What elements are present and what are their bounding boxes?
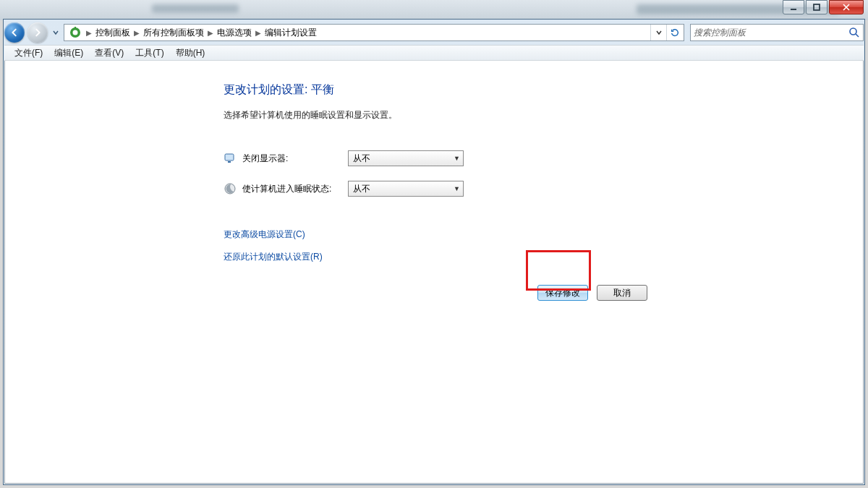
control-panel-icon	[69, 26, 82, 39]
svg-point-5	[850, 28, 856, 35]
monitor-icon	[224, 152, 237, 165]
chevron-down-icon: ▼	[454, 185, 460, 192]
breadcrumb-item[interactable]: 编辑计划设置	[263, 25, 319, 40]
svg-rect-4	[75, 27, 76, 30]
address-bar[interactable]: ▶ 控制面板 ▶ 所有控制面板项 ▶ 电源选项 ▶ 编辑计划设置	[64, 24, 684, 41]
window-titlebar	[0, 0, 868, 20]
nav-forward-button[interactable]	[27, 22, 48, 43]
display-off-value: 从不	[353, 153, 370, 165]
chevron-right-icon: ▶	[132, 29, 141, 37]
search-icon[interactable]	[848, 27, 860, 38]
menu-edit[interactable]: 编辑(E)	[48, 46, 89, 61]
address-dropdown[interactable]	[650, 25, 666, 40]
menu-file[interactable]: 文件(F)	[9, 46, 48, 61]
search-input[interactable]	[694, 27, 848, 38]
svg-rect-1	[814, 4, 820, 10]
sleep-select[interactable]: 从不 ▼	[348, 181, 464, 197]
cancel-button[interactable]: 取消	[597, 285, 647, 301]
chevron-right-icon: ▶	[206, 29, 215, 37]
sleep-label: 使计算机进入睡眠状态:	[242, 183, 348, 195]
display-off-select[interactable]: 从不 ▼	[348, 150, 464, 166]
nav-back-button[interactable]	[4, 22, 25, 43]
breadcrumb-item[interactable]: 所有控制面板项	[141, 25, 206, 40]
menu-help[interactable]: 帮助(H)	[170, 46, 211, 61]
menu-bar: 文件(F) 编辑(E) 查看(V) 工具(T) 帮助(H)	[4, 45, 864, 61]
menu-tools[interactable]: 工具(T)	[129, 46, 169, 61]
breadcrumb-item[interactable]: 电源选项	[215, 25, 254, 40]
nav-history-dropdown[interactable]	[51, 22, 61, 43]
svg-rect-7	[225, 154, 234, 160]
chevron-right-icon: ▶	[254, 29, 263, 37]
maximize-button[interactable]	[806, 0, 827, 14]
restore-defaults-link[interactable]: 还原此计划的默认设置(R)	[224, 251, 863, 263]
page-title: 更改计划的设置: 平衡	[224, 82, 863, 98]
minimize-button[interactable]	[783, 0, 804, 14]
save-button[interactable]: 保存修改	[537, 285, 588, 301]
chevron-right-icon: ▶	[85, 29, 93, 37]
close-button[interactable]	[829, 0, 864, 14]
breadcrumb-item[interactable]: 控制面板	[93, 25, 132, 40]
search-box[interactable]	[690, 24, 864, 41]
moon-icon	[224, 182, 237, 195]
svg-rect-8	[228, 161, 231, 163]
refresh-button[interactable]	[666, 25, 682, 40]
page-subtitle: 选择希望计算机使用的睡眠设置和显示设置。	[224, 109, 863, 121]
svg-point-3	[73, 30, 78, 35]
chevron-down-icon: ▼	[454, 155, 460, 162]
menu-view[interactable]: 查看(V)	[89, 46, 129, 61]
advanced-power-link[interactable]: 更改高级电源设置(C)	[224, 228, 863, 241]
svg-line-6	[856, 34, 859, 37]
sleep-value: 从不	[353, 183, 370, 195]
client-area: 更改计划的设置: 平衡 选择希望计算机使用的睡眠设置和显示设置。 关闭显示器: …	[4, 61, 864, 484]
svg-rect-0	[791, 9, 796, 10]
display-off-label: 关闭显示器:	[242, 153, 348, 165]
